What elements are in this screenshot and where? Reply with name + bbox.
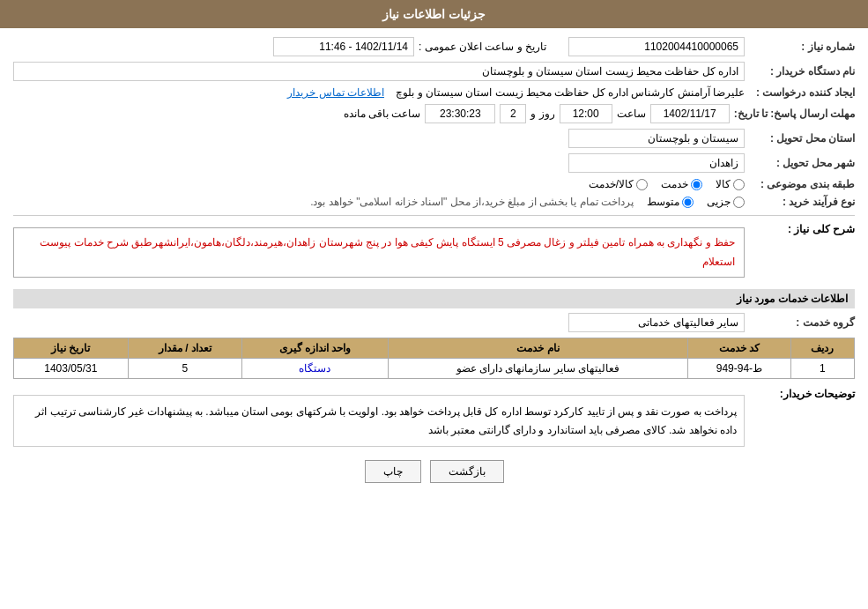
cell-service-code: ط-94-949 [688,359,791,379]
cell-date: 1403/05/31 [14,359,129,379]
page-container: جزئیات اطلاعات نیاز شماره نیاز : 1102004… [0,0,868,609]
deadline-day-label: روز و [530,108,554,120]
purchase-type-motavaset: متوسط [647,196,694,208]
cell-service-name: فعالیتهای سایر سازمانهای دارای عضو [388,359,687,379]
request-number-value: 1102004410000065 [568,37,745,56]
category-label-kala-khadamat: کالا/خدمت [589,178,634,190]
col-service-name: نام خدمت [388,338,687,359]
deadline-time: 12:00 [560,104,612,123]
purchase-type-label-motavaset: متوسط [647,196,679,208]
buyer-notes-text: پرداخت به صورت نقد و پس از تایید کارکرد … [35,405,737,435]
category-option-kala-khadamat: کالا/خدمت [589,178,648,190]
page-title: جزئیات اطلاعات نیاز [382,7,486,21]
service-group-value: سایر فعالیتهای خدماتی [568,313,745,332]
province-row: استان محل تحویل : سیستان و بلوچستان [13,129,855,148]
cell-unit: دستگاه [242,359,389,379]
creator-contact-link[interactable]: اطلاعات تماس خریدار [287,86,384,99]
table-header-row: ردیف کد خدمت نام خدمت واحد اندازه گیری ت… [14,338,855,359]
services-table-container: ردیف کد خدمت نام خدمت واحد اندازه گیری ت… [13,338,855,379]
purchase-type-jozi: جزیی [707,196,745,208]
deadline-row: مهلت ارسال پاسخ: تا تاریخ: 1402/11/17 سا… [13,104,855,123]
service-group-label: گروه خدمت : [749,316,855,329]
purchase-type-radio-jozi[interactable] [733,197,745,208]
divider-1 [13,215,855,216]
deadline-remaining: 23:30:23 [425,104,495,123]
deadline-time-label: ساعت [617,108,646,120]
buyer-org-value: اداره کل حفاظت محیط زیست استان سیستان و … [13,62,745,81]
deadline-label: مهلت ارسال پاسخ: تا تاریخ: [734,108,855,120]
category-option-khadamat: خدمت [661,178,702,190]
city-row: شهر محل تحویل : زاهدان [13,153,855,173]
back-button[interactable]: بازگشت [430,460,504,483]
col-date: تاریخ نیاز [14,338,129,359]
category-radio-kala[interactable] [733,179,745,190]
city-value: زاهدان [568,153,745,173]
services-table: ردیف کد خدمت نام خدمت واحد اندازه گیری ت… [13,338,855,379]
cell-quantity: 5 [128,359,241,379]
buyer-org-label: نام دستگاه خریدار : [749,65,855,78]
print-button[interactable]: چاپ [365,460,421,483]
col-row-num: ردیف [790,338,854,359]
deadline-remaining-label: ساعت باقی مانده [344,108,421,120]
cell-row-num: 1 [790,359,854,379]
city-label: شهر محل تحویل : [749,157,855,169]
publish-date-value: 1402/11/14 - 11:46 [273,37,414,56]
description-label: شرح کلی نیاز : [749,223,855,235]
category-label-kala: کالا [716,178,731,190]
service-group-row: گروه خدمت : سایر فعالیتهای خدماتی [13,313,855,332]
province-value: سیستان و بلوچستان [568,129,745,148]
deadline-days: 2 [500,104,526,123]
category-option-kala: کالا [716,178,745,190]
description-value: حفظ و نگهداری به همراه تامین فیلتر و زغا… [40,236,735,268]
page-header: جزئیات اطلاعات نیاز [0,0,868,28]
request-number-label: شماره نیاز : [749,41,855,53]
bottom-buttons: بازگشت چاپ [13,460,855,496]
purchase-type-row: نوع فرآیند خرید : جزیی متوسط پرداخت تمام… [13,196,855,208]
buyer-org-row: نام دستگاه خریدار : اداره کل حفاظت محیط … [13,62,855,81]
purchase-type-label: نوع فرآیند خرید : [749,196,855,208]
description-content: حفظ و نگهداری به همراه تامین فیلتر و زغا… [13,227,745,278]
category-radio-khadamat[interactable] [691,179,702,190]
col-service-code: کد خدمت [688,338,791,359]
deadline-date: 1402/11/17 [650,104,730,123]
creator-name: علیرضا آرامنش کارشناس اداره کل حفاظت محی… [396,86,745,99]
col-unit: واحد اندازه گیری [242,338,389,359]
main-content: شماره نیاز : 1102004410000065 تاریخ و سا… [0,28,868,505]
category-radio-kala-khadamat[interactable] [636,179,648,190]
category-row: طبقه بندی موضوعی : کالا خدمت کالا/خدمت [13,178,855,190]
purchase-type-radio-motavaset[interactable] [682,197,694,208]
purchase-type-label-jozi: جزیی [707,196,731,208]
services-section-title: اطلاعات خدمات مورد نیاز [13,289,855,308]
buyer-notes-content: پرداخت به صورت نقد و پس از تایید کارکرد … [13,395,745,447]
purchase-type-radio-group: جزیی متوسط [647,196,745,208]
publish-date-label: تاریخ و ساعت اعلان عمومی : [419,41,546,53]
category-label-khadamat: خدمت [661,178,688,190]
purchase-type-note: پرداخت تمام یا بخشی از مبلغ خرید،از محل … [310,196,634,208]
request-number-row: شماره نیاز : 1102004410000065 تاریخ و سا… [13,37,855,56]
creator-label: ایجاد کننده درخواست : [749,86,855,99]
buyer-notes-row: توضیحات خریدار: پرداخت به صورت نقد و پس … [13,388,855,447]
category-label: طبقه بندی موضوعی : [749,178,855,190]
table-row: 1 ط-94-949 فعالیتهای سایر سازمانهای دارا… [14,359,855,379]
creator-row: ایجاد کننده درخواست : علیرضا آرامنش کارش… [13,86,855,99]
buyer-notes-label: توضیحات خریدار: [749,388,855,400]
description-row: شرح کلی نیاز : حفظ و نگهداری به همراه تا… [13,223,855,282]
province-label: استان محل تحویل : [749,132,855,145]
category-radio-group: کالا خدمت کالا/خدمت [589,178,745,190]
col-quantity: تعداد / مقدار [128,338,241,359]
